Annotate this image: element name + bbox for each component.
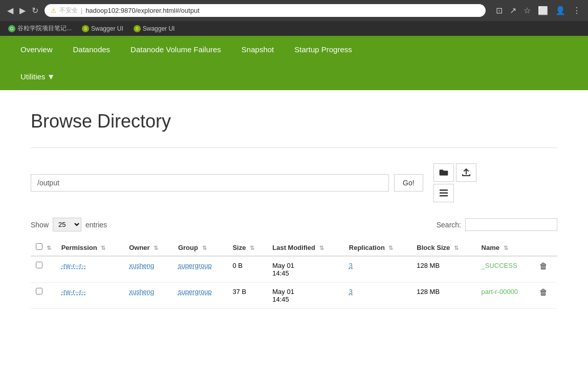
bookmark-gulibook[interactable]: G 谷粒学院项目笔记...: [5, 23, 75, 34]
icon-row-top: [433, 163, 476, 182]
page-title: Browse Directory: [31, 111, 557, 132]
cell-permission-0: -rw-r--r--: [56, 256, 124, 283]
name-link-1[interactable]: part-r-00000: [482, 288, 518, 295]
main-content: Browse Directory Go!: [0, 90, 588, 329]
go-button[interactable]: Go!: [394, 174, 423, 192]
cell-size-1: 37 B: [227, 283, 267, 309]
table-row: -rw-r--r-- xusheng supergroup 37 B May 0…: [31, 283, 557, 309]
svg-rect-2: [440, 195, 448, 197]
replication-link-0[interactable]: 3: [349, 262, 353, 269]
swagger1-icon: S: [82, 25, 89, 32]
delete-button-0[interactable]: 🗑: [539, 262, 548, 271]
share-button[interactable]: ↗: [508, 5, 518, 16]
navbar: Overview Datanodes Datanode Volume Failu…: [0, 36, 588, 90]
search-input[interactable]: [465, 218, 557, 231]
th-name[interactable]: Name ⇅: [476, 239, 535, 256]
menu-button[interactable]: ⋮: [571, 5, 583, 16]
replication-link-1[interactable]: 3: [349, 288, 353, 295]
cell-last-modified-0: May 0114:45: [267, 256, 344, 283]
bookmark-button[interactable]: ☆: [521, 5, 533, 16]
path-row: Go!: [31, 163, 557, 202]
table-controls: Show 10 25 50 100 entries Search:: [31, 218, 557, 231]
entries-select[interactable]: 10 25 50 100: [53, 218, 81, 231]
table-row: -rw-r--r-- xusheng supergroup 0 B May 01…: [31, 256, 557, 283]
navbar-second: Utilities ▼: [10, 63, 578, 90]
bookmarks-bar: G 谷粒学院项目笔记... S Swagger UI S Swagger UI: [0, 21, 588, 36]
nav-overview[interactable]: Overview: [10, 36, 63, 63]
select-all-checkbox[interactable]: [36, 243, 42, 250]
th-group[interactable]: Group ⇅: [173, 239, 228, 256]
swagger2-icon: S: [134, 25, 141, 32]
security-warning-text: 不安全: [59, 6, 78, 15]
cell-delete-0: 🗑: [534, 256, 557, 283]
sort-icon-owner: ⇅: [154, 245, 158, 251]
th-block-size[interactable]: Block Size ⇅: [411, 239, 476, 256]
browser-actions: ⊡ ↗ ☆ ⬜ 👤 ⋮: [494, 5, 583, 16]
bookmark-swagger1[interactable]: S Swagger UI: [79, 24, 126, 33]
profile-button[interactable]: 👤: [553, 5, 568, 16]
upload-icon: [462, 168, 470, 177]
svg-rect-1: [440, 193, 448, 194]
address-text: hadoop102:9870/explorer.html#/output: [85, 7, 200, 14]
cell-block-size-1: 128 MB: [411, 283, 476, 309]
sort-icon-replication: ⇅: [388, 245, 393, 251]
nav-utilities-dropdown[interactable]: Utilities ▼: [10, 63, 65, 90]
reload-button[interactable]: ↻: [30, 5, 40, 16]
cell-block-size-0: 128 MB: [411, 256, 476, 283]
security-warning-icon: ⚠: [51, 7, 56, 14]
screen-capture-button[interactable]: ⊡: [494, 5, 505, 16]
cell-group-0: supergroup: [173, 256, 228, 283]
nav-startup[interactable]: Startup Progress: [284, 36, 362, 63]
group-link-1[interactable]: supergroup: [178, 288, 212, 295]
bookmark-swagger2[interactable]: S Swagger UI: [130, 24, 178, 33]
path-input[interactable]: [31, 174, 389, 192]
upload-icon-button[interactable]: [456, 163, 476, 182]
cell-owner-1: xusheng: [124, 283, 173, 309]
icon-group: [433, 163, 476, 202]
row-checkbox-0[interactable]: [36, 262, 42, 268]
forward-button[interactable]: ▶: [17, 5, 28, 16]
th-checkbox: ⇅: [31, 239, 56, 256]
sort-icon-group: ⇅: [202, 245, 207, 251]
owner-link-0[interactable]: xusheng: [129, 262, 154, 269]
group-link-0[interactable]: supergroup: [178, 262, 212, 269]
nav-datanodes[interactable]: Datanodes: [63, 36, 121, 63]
th-size[interactable]: Size ⇅: [227, 239, 267, 256]
th-permission-label: Permission: [61, 244, 97, 251]
sort-icon-permission: ⇅: [101, 245, 105, 251]
search-area: Search:: [437, 218, 557, 231]
delete-button-1[interactable]: 🗑: [539, 288, 548, 297]
th-owner-label: Owner: [129, 244, 149, 251]
show-entries: Show 10 25 50 100 entries: [31, 218, 107, 231]
separator: |: [81, 7, 82, 14]
sort-icon-block-size: ⇅: [454, 245, 459, 251]
th-last-modified-label: Last Modified: [272, 244, 315, 251]
sort-icon-size: ⇅: [250, 245, 254, 251]
swagger2-label: Swagger UI: [143, 25, 175, 32]
sort-icon-select[interactable]: ⇅: [47, 245, 51, 251]
cell-size-0: 0 B: [227, 256, 267, 283]
nav-snapshot[interactable]: Snapshot: [231, 36, 284, 63]
permission-link-1[interactable]: -rw-r--r--: [61, 288, 86, 295]
window-button[interactable]: ⬜: [536, 5, 550, 16]
address-bar[interactable]: ⚠ 不安全 | hadoop102:9870/explorer.html#/ou…: [45, 4, 486, 17]
nav-datanode-vol[interactable]: Datanode Volume Failures: [120, 36, 231, 63]
table-header-row: ⇅ Permission ⇅ Owner ⇅ Group ⇅ Size ⇅: [31, 239, 557, 256]
list-icon-button[interactable]: [433, 184, 454, 202]
row-checkbox-1[interactable]: [36, 288, 42, 294]
cell-owner-0: xusheng: [124, 256, 173, 283]
show-label: Show: [31, 221, 49, 229]
permission-link-0[interactable]: -rw-r--r--: [61, 262, 86, 269]
th-last-modified[interactable]: Last Modified ⇅: [267, 239, 344, 256]
cell-group-1: supergroup: [173, 283, 228, 309]
entries-label: entries: [85, 221, 107, 229]
name-link-0[interactable]: _SUCCESS: [482, 262, 517, 269]
folder-icon-button[interactable]: [433, 163, 454, 182]
back-button[interactable]: ◀: [5, 5, 15, 16]
owner-link-1[interactable]: xusheng: [129, 288, 154, 295]
th-owner[interactable]: Owner ⇅: [124, 239, 173, 256]
th-actions: [534, 239, 557, 256]
th-replication[interactable]: Replication ⇅: [344, 239, 412, 256]
cell-permission-1: -rw-r--r--: [56, 283, 124, 309]
th-permission[interactable]: Permission ⇅: [56, 239, 124, 256]
